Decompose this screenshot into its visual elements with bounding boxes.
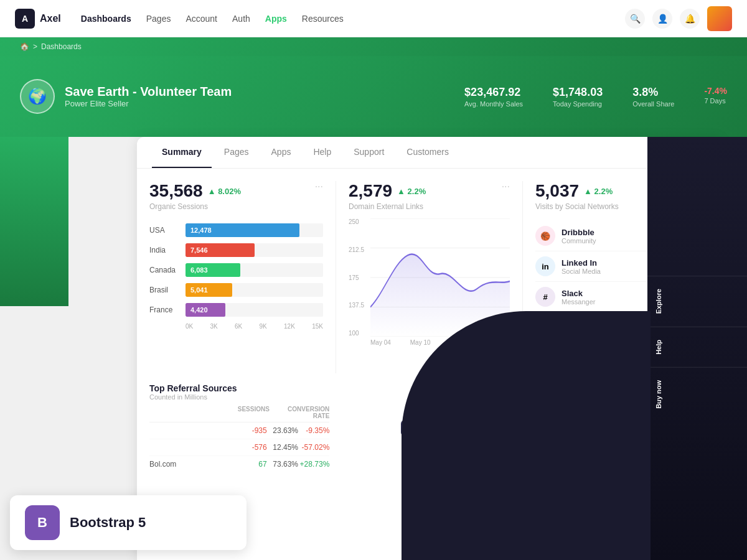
metric-social-value: 5,037 2.2% [535,181,619,201]
bar-france: France 4,420 [149,303,323,317]
metric-organic-label: Organic Sessions [149,202,241,211]
right-panel: Explore Help Buy now [647,137,747,560]
hero-stat-2: 3.8% Overall Share [632,86,674,108]
hero-stat-label-1: Today Spending [553,100,603,108]
hero-stat-label-3: 7 Days [704,97,727,105]
nav-apps[interactable]: Apps [265,11,287,26]
hero-stats: $23,467.92 Avg. Monthly Sales $1,748.03 … [464,86,727,108]
content-area: Summary Pages Apps Help Support Customer… [0,137,747,560]
user-icon[interactable]: 👤 [652,9,672,29]
referral-row-1: -935 23.63% -9.35% [149,422,329,439]
hero-title: Save Earth - Volunteer Team [65,85,464,99]
metric-domain-more[interactable]: ··· [502,181,510,192]
search-icon[interactable]: 🔍 [625,9,645,29]
nav-pages[interactable]: Pages [146,11,171,26]
nav-auth[interactable]: Auth [232,11,250,26]
tab-apps[interactable]: Apps [261,137,301,168]
referral-table: SESSIONS CONVERSION RATE -935 23.63% -9.… [149,406,329,472]
metric-domain-value: 2,579 2.2% [349,181,426,201]
tab-pages[interactable]: Pages [214,137,259,168]
bar-chart: USA 12,478 India 7,546 Canad [149,223,323,330]
hero-stat-change-3: -7.4% [704,86,727,96]
hero-logo: 🌍 [20,79,55,114]
breadcrumb-current: Dashboards [41,42,82,51]
explore-button[interactable]: Explore [647,276,747,326]
bootstrap-badge: B Bootstrap 5 [10,495,247,550]
hero-stat-0: $23,467.92 Avg. Monthly Sales [464,86,523,108]
avatar[interactable] [707,6,732,31]
hero-stat-value-1: $1,748.03 [553,86,603,99]
help-button[interactable]: Help [647,327,747,367]
bar-brasil: Brasil 5,041 [149,283,323,297]
hero-subtitle: Power Elite Seller [65,99,464,108]
brand: A Axel [15,9,61,29]
nav-account[interactable]: Account [186,11,217,26]
referral-row-3: Bol.com 67 73.63% +28.73% [149,456,329,472]
hero-stat-value-0: $23,467.92 [464,86,523,99]
tab-bar: Summary Pages Apps Help Support Customer… [137,137,722,169]
bar-usa: USA 12,478 [149,223,323,237]
nav-actions: 🔍 👤 🔔 [625,6,732,31]
navbar: A Axel Dashboards Pages Account Auth App… [0,0,747,37]
bootstrap-icon: B [25,505,60,540]
bar-canada: Canada 6,083 [149,263,323,277]
nav-dashboards[interactable]: Dashboards [81,11,131,26]
brand-icon: A [15,9,35,29]
hero-stat-value-2: 3.8% [632,86,674,99]
breadcrumb: 🏠 > Dashboards [0,37,747,56]
linkedin-icon: in [535,256,555,276]
referral-subtitle: Counted in Millions [149,393,329,401]
metric-organic-value: 35,568 8.02% [149,181,241,201]
metric-domain-label: Domain External Links [349,202,426,211]
tab-help[interactable]: Help [303,137,341,168]
slack-icon: # [535,287,555,307]
hero-stat-1: $1,748.03 Today Spending [553,86,603,108]
hero-stat-label-2: Overall Share [632,100,674,108]
referral-section: Top Referral Sources Counted in Millions… [149,383,329,472]
tab-summary[interactable]: Summary [152,137,212,168]
metric-organic-change: 8.02% [208,187,241,196]
bootstrap-text: Bootstrap 5 [70,515,146,531]
buy-now-button[interactable]: Buy now [647,367,747,421]
metric-social-label: Visits by Social Networks [535,202,619,211]
metric-organic-more[interactable]: ··· [315,181,323,192]
bar-axis: 0K3K6K9K12K15K [149,323,323,330]
dribbble-icon: 🏀 [535,226,555,246]
bar-india: India 7,546 [149,243,323,257]
nav-resources[interactable]: Resources [302,11,344,26]
hero-stat-3: -7.4% 7 Days [704,86,727,108]
referral-title: Top Referral Sources [149,383,329,393]
breadcrumb-separator: > [33,42,37,51]
dark-curve [402,311,651,560]
brand-name: Axel [40,13,61,24]
hero-info: Save Earth - Volunteer Team Power Elite … [65,85,464,108]
referral-row-2: -576 12.45% -57.02% [149,439,329,456]
nav-links: Dashboards Pages Account Auth Apps Resou… [81,11,625,26]
notification-icon[interactable]: 🔔 [680,9,700,29]
tab-customers[interactable]: Customers [397,137,459,168]
metric-domain-change: 2.2% [397,187,426,196]
metric-organic: 35,568 8.02% Organic Sessions ··· USA 1 [149,181,336,373]
hero-stat-label-0: Avg. Monthly Sales [464,100,523,108]
tab-support[interactable]: Support [344,137,394,168]
breadcrumb-home[interactable]: 🏠 [20,42,29,51]
hero-banner: 🌍 Save Earth - Volunteer Team Power Elit… [0,56,747,137]
metric-social-change: 2.2% [584,187,613,196]
